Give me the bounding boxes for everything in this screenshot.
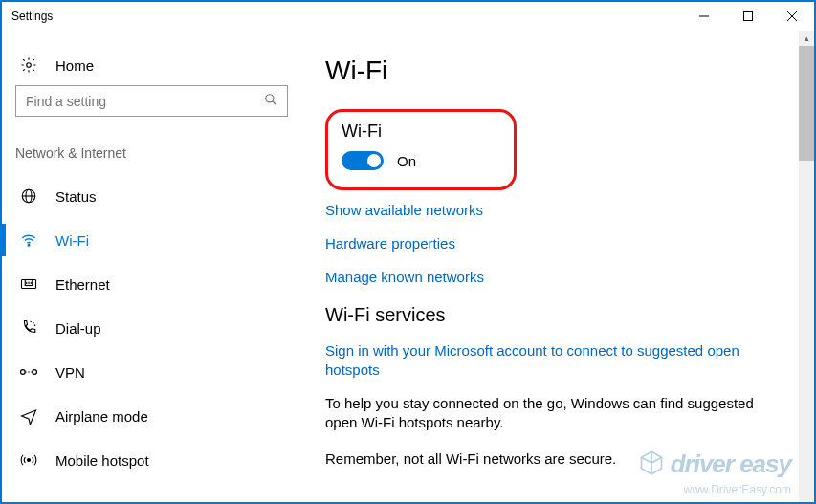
services-body-2: Remember, not all Wi-Fi networks are sec… bbox=[325, 449, 765, 469]
sidebar-item-wifi[interactable]: Wi-Fi bbox=[15, 218, 298, 262]
wifi-heading: Wi-Fi bbox=[342, 121, 498, 142]
search-input[interactable]: Find a setting bbox=[15, 85, 288, 117]
wifi-services-heading: Wi-Fi services bbox=[325, 304, 787, 326]
vpn-icon bbox=[19, 363, 38, 381]
link-signin[interactable]: Sign in with your Microsoft account to c… bbox=[325, 341, 746, 381]
airplane-icon bbox=[19, 407, 38, 425]
main-content: Wi-Fi Wi-Fi On Show available networks H… bbox=[298, 31, 814, 502]
search-placeholder: Find a setting bbox=[26, 94, 106, 109]
svg-point-5 bbox=[266, 95, 274, 102]
svg-point-17 bbox=[33, 370, 37, 375]
page-title: Wi-Fi bbox=[325, 55, 787, 86]
minimize-button[interactable] bbox=[682, 2, 726, 31]
home-button[interactable]: Home bbox=[15, 52, 298, 85]
scroll-thumb[interactable] bbox=[799, 46, 814, 161]
svg-point-4 bbox=[27, 63, 32, 68]
sidebar: Home Find a setting Network & Internet S… bbox=[2, 31, 298, 502]
sidebar-item-label: VPN bbox=[55, 364, 85, 381]
sidebar-item-label: Wi-Fi bbox=[55, 232, 89, 249]
sidebar-item-label: Dial-up bbox=[55, 320, 101, 337]
sidebar-item-status[interactable]: Status bbox=[15, 174, 298, 218]
link-hardware-properties[interactable]: Hardware properties bbox=[325, 235, 787, 252]
link-manage-networks[interactable]: Manage known networks bbox=[325, 269, 787, 285]
sidebar-item-vpn[interactable]: VPN bbox=[15, 350, 298, 394]
scroll-up-icon[interactable]: ▴ bbox=[799, 31, 814, 46]
sidebar-item-label: Airplane mode bbox=[55, 408, 148, 425]
sidebar-item-airplane[interactable]: Airplane mode bbox=[15, 394, 298, 438]
search-icon bbox=[264, 93, 277, 109]
sidebar-section-label: Network & Internet bbox=[15, 145, 298, 161]
sidebar-item-label: Status bbox=[55, 188, 97, 205]
wifi-icon bbox=[19, 231, 38, 249]
globe-icon bbox=[19, 187, 38, 205]
titlebar: Settings bbox=[2, 2, 814, 31]
sidebar-item-dialup[interactable]: Dial-up bbox=[15, 306, 298, 350]
link-show-networks[interactable]: Show available networks bbox=[325, 202, 787, 218]
phone-icon bbox=[19, 319, 38, 337]
close-button[interactable] bbox=[770, 2, 814, 31]
svg-point-19 bbox=[28, 459, 31, 462]
svg-line-6 bbox=[273, 101, 276, 105]
home-label: Home bbox=[55, 57, 94, 74]
sidebar-item-label: Mobile hotspot bbox=[55, 452, 149, 469]
wifi-toggle-label: On bbox=[397, 153, 416, 169]
maximize-button[interactable] bbox=[726, 2, 770, 31]
annotation-highlight: Wi-Fi On bbox=[325, 109, 517, 190]
sidebar-item-hotspot[interactable]: Mobile hotspot bbox=[15, 438, 298, 482]
svg-point-16 bbox=[21, 370, 26, 375]
ethernet-icon bbox=[19, 275, 38, 293]
scrollbar[interactable]: ▴ bbox=[799, 31, 814, 502]
svg-point-10 bbox=[28, 245, 30, 247]
services-body-1: To help you stay connected on the go, Wi… bbox=[325, 394, 765, 433]
wifi-toggle[interactable] bbox=[342, 151, 384, 170]
hotspot-icon bbox=[19, 451, 38, 469]
window-title: Settings bbox=[11, 10, 53, 23]
sidebar-item-label: Ethernet bbox=[55, 276, 110, 293]
window-controls bbox=[682, 2, 814, 31]
sidebar-item-ethernet[interactable]: Ethernet bbox=[15, 262, 298, 306]
svg-rect-1 bbox=[744, 12, 753, 21]
gear-icon bbox=[19, 56, 38, 74]
